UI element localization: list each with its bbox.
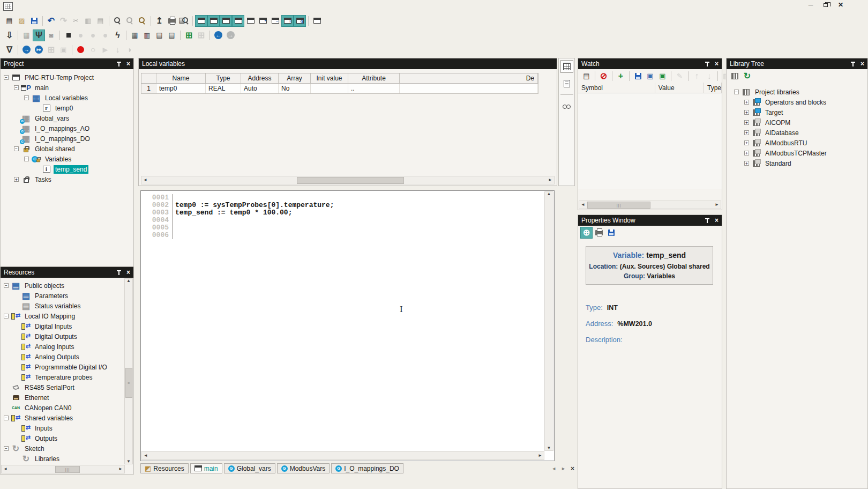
library-item-operators-and-blocks[interactable]: +Operators and blocks [734, 97, 867, 107]
close-icon[interactable]: × [715, 217, 719, 224]
warm-restart-button[interactable]: ● [87, 29, 99, 41]
tab-modbusvars[interactable]: GModbusVars [277, 463, 330, 473]
locate-in-project-button[interactable]: ⊕ [580, 227, 593, 239]
expand-icon[interactable]: + [744, 130, 749, 135]
code-line[interactable]: 0005 [141, 224, 544, 232]
resources-horizontal-scrollbar[interactable]: ◄ ||| ► [1, 465, 125, 473]
resources-item-ethernet[interactable]: Ethernet [4, 392, 125, 403]
collapse-icon[interactable]: − [4, 314, 9, 318]
minimize-button[interactable]: ─ [807, 1, 814, 9]
resources-vertical-scrollbar[interactable]: ▲ ≡ ▼ [124, 278, 133, 464]
close-icon[interactable]: × [715, 61, 719, 67]
single-step-button[interactable]: ↦ [33, 44, 45, 56]
resources-item-local-io-mapping[interactable]: −Local IO Mapping [4, 311, 125, 321]
play-trace-button[interactable]: ▶ [99, 44, 111, 56]
pin-icon[interactable] [704, 218, 710, 224]
editor-vertical-scrollbar[interactable]: ▲ ▼ [544, 191, 553, 451]
pin-icon[interactable] [116, 61, 122, 67]
cell[interactable]: 1 [141, 84, 156, 93]
tab-resources[interactable]: ◩Resources [140, 463, 189, 473]
pin-icon[interactable] [116, 270, 122, 276]
move-down-button[interactable]: ↓ [703, 70, 715, 82]
project-item-temp-send[interactable]: itemp_send [4, 164, 133, 174]
output-window-toggle[interactable] [207, 15, 220, 27]
cell[interactable] [311, 84, 348, 93]
library-item-aimodbustcpmaster[interactable]: +AIModbusTCPMaster [734, 148, 867, 158]
code-line[interactable]: 0002temp0 := sysTempProbes[0].temperatur… [141, 202, 544, 209]
column-header-row-number[interactable] [141, 73, 156, 83]
scroll-right-icon[interactable]: ► [536, 454, 544, 458]
stop-trace-button[interactable]: ○ [87, 44, 99, 56]
cold-restart-button[interactable]: ● [74, 29, 87, 41]
insert-record-button[interactable]: ⊞ [183, 29, 195, 41]
output-list-button[interactable]: ▤ [166, 29, 178, 41]
project-item-i-o-mappings-ao[interactable]: ▦GI_O_mappings_AO [4, 123, 133, 134]
pin-icon[interactable] [850, 61, 856, 67]
cell[interactable] [400, 84, 538, 93]
live-debug-button[interactable]: ∇ [3, 44, 16, 56]
resources-item-parameters[interactable]: ▤Parameters [4, 291, 125, 301]
source-window-button[interactable] [244, 15, 257, 27]
tab-main[interactable]: main [190, 463, 222, 473]
collapse-icon[interactable]: − [14, 146, 19, 151]
navigate-back-button[interactable]: ← [212, 29, 225, 41]
cut-button[interactable]: ✂ [70, 15, 82, 27]
collapse-icon[interactable]: − [734, 90, 739, 94]
code-line[interactable]: 0001 [141, 194, 544, 202]
save-watch-list-button[interactable] [632, 70, 644, 82]
compile-button[interactable]: ▦ [129, 29, 141, 41]
column-header-type[interactable]: Type [206, 73, 241, 83]
load-watch-list-button[interactable]: ▣ [644, 70, 656, 82]
halt-button[interactable] [62, 29, 74, 41]
collapse-icon[interactable]: − [4, 416, 9, 420]
column-header-de[interactable]: De [400, 73, 538, 83]
tab-global-vars[interactable]: GGlobal_vars [224, 463, 275, 473]
trigger-list-button[interactable]: ▣ [57, 44, 70, 56]
code-area[interactable]: 00010002temp0 := sysTempProbes[0].temper… [141, 191, 544, 451]
save-project-button[interactable] [28, 15, 40, 27]
expand-icon[interactable]: + [744, 120, 749, 125]
resources-item-status-variables[interactable]: ▤Status variables [4, 301, 125, 311]
column-header-attribute[interactable]: Attribute [348, 73, 400, 83]
library-item-target[interactable]: +Target [734, 107, 867, 117]
resources-item-shared-variables[interactable]: −Shared variables [4, 413, 125, 423]
new-window-button[interactable] [311, 15, 323, 27]
operator-panel-toggle[interactable] [232, 15, 244, 27]
project-item-i-o-mappings-do[interactable]: ▦GI_O_mappings_DO [4, 134, 133, 144]
collapse-icon[interactable]: − [4, 75, 9, 80]
column-header-init-value[interactable]: Init value [311, 73, 348, 83]
scroll-left-icon[interactable]: ◄ [579, 203, 587, 207]
edit-symbol-button[interactable]: ✎ [674, 70, 686, 82]
watch-list-button[interactable]: ▤ [580, 70, 593, 82]
tab-scroll-right-button[interactable]: ► [559, 466, 567, 471]
remove-record-button[interactable]: ⊞ [195, 29, 207, 41]
print-properties-button[interactable] [593, 227, 605, 239]
scroll-up-icon[interactable]: ▲ [125, 279, 132, 283]
scroll-left-icon[interactable]: ◄ [141, 178, 149, 182]
project-window-toggle[interactable] [195, 15, 207, 27]
append-watch-list-button[interactable]: ▣ [656, 70, 669, 82]
paste-button[interactable]: ▤ [94, 15, 107, 27]
column-header-array[interactable]: Array [279, 73, 311, 83]
collapse-icon[interactable]: − [4, 283, 9, 288]
resources-item-public-objects[interactable]: −▤Public objects [4, 280, 125, 291]
cell[interactable]: Auto [241, 84, 279, 93]
grid-view-button[interactable] [560, 60, 573, 73]
library-item-aicopm[interactable]: +AICOPM [734, 117, 867, 128]
scroll-left-icon[interactable]: ◄ [142, 454, 149, 458]
watch-column-type[interactable]: Type [704, 83, 722, 93]
project-item-tasks[interactable]: +Tasks [4, 174, 133, 184]
quick-download-button[interactable]: ϟ [111, 29, 124, 41]
close-icon[interactable]: × [126, 269, 130, 276]
close-icon[interactable]: × [126, 61, 130, 67]
table-row[interactable]: 1temp0REALAutoNo.. [141, 84, 538, 94]
scroll-right-icon[interactable]: ► [117, 467, 124, 471]
redo-button[interactable]: ↷ [57, 15, 70, 27]
options-window-button[interactable]: * [257, 15, 269, 27]
run-debug-button[interactable]: → [20, 44, 33, 56]
project-item-global-shared[interactable]: −Global shared [4, 144, 133, 154]
resources-item-outputs[interactable]: Outputs [4, 433, 125, 443]
watch-column-symbol[interactable]: Symbol [578, 83, 655, 93]
find-view-button[interactable] [560, 99, 573, 112]
scroll-down-icon[interactable]: ▼ [545, 446, 553, 450]
